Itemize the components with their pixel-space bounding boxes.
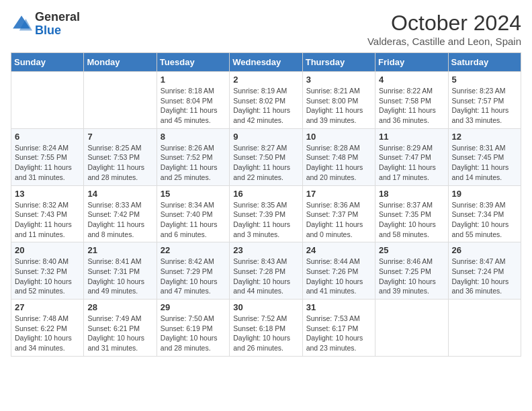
cell-content: Sunrise: 7:49 AM Sunset: 6:21 PM Dayligh… (87, 314, 152, 353)
calendar-cell: 26Sunrise: 8:47 AM Sunset: 7:24 PM Dayli… (448, 242, 521, 300)
day-number: 1 (161, 75, 226, 85)
calendar-week-row: 6Sunrise: 8:24 AM Sunset: 7:55 PM Daylig… (11, 128, 521, 185)
calendar-cell: 29Sunrise: 7:50 AM Sunset: 6:19 PM Dayli… (157, 300, 229, 357)
calendar-cell: 18Sunrise: 8:37 AM Sunset: 7:35 PM Dayli… (375, 185, 448, 242)
cell-content: Sunrise: 8:19 AM Sunset: 8:02 PM Dayligh… (233, 86, 298, 126)
cell-content: Sunrise: 8:43 AM Sunset: 7:28 PM Dayligh… (233, 257, 298, 296)
day-number: 23 (233, 245, 298, 255)
cell-content: Sunrise: 8:31 AM Sunset: 7:45 PM Dayligh… (452, 143, 517, 183)
calendar-cell: 23Sunrise: 8:43 AM Sunset: 7:28 PM Dayli… (230, 242, 302, 300)
calendar-cell (448, 300, 521, 357)
day-number: 3 (306, 75, 371, 85)
day-number: 14 (87, 189, 152, 199)
calendar-cell: 2Sunrise: 8:19 AM Sunset: 8:02 PM Daylig… (230, 72, 302, 129)
calendar-cell: 30Sunrise: 7:52 AM Sunset: 6:18 PM Dayli… (230, 300, 302, 357)
calendar-cell: 1Sunrise: 8:18 AM Sunset: 8:04 PM Daylig… (157, 72, 229, 129)
calendar-cell: 10Sunrise: 8:28 AM Sunset: 7:48 PM Dayli… (302, 128, 375, 185)
cell-content: Sunrise: 8:46 AM Sunset: 7:25 PM Dayligh… (379, 257, 444, 296)
day-number: 29 (161, 302, 226, 312)
day-number: 22 (161, 245, 226, 255)
day-number: 13 (15, 189, 80, 199)
calendar-cell: 9Sunrise: 8:27 AM Sunset: 7:50 PM Daylig… (230, 128, 302, 185)
day-number: 26 (452, 245, 517, 255)
cell-content: Sunrise: 7:48 AM Sunset: 6:22 PM Dayligh… (15, 314, 80, 353)
day-number: 20 (15, 245, 80, 255)
day-number: 31 (306, 302, 371, 312)
logo-text: General Blue (35, 11, 80, 38)
cell-content: Sunrise: 8:33 AM Sunset: 7:42 PM Dayligh… (87, 200, 152, 240)
cell-content: Sunrise: 8:44 AM Sunset: 7:26 PM Dayligh… (306, 257, 371, 296)
calendar-week-row: 13Sunrise: 8:32 AM Sunset: 7:43 PM Dayli… (11, 185, 521, 242)
day-number: 25 (379, 245, 444, 255)
page-header: General Blue October 2024 Valderas, Cast… (11, 11, 521, 47)
day-number: 6 (15, 132, 80, 142)
location-subtitle: Valderas, Castille and Leon, Spain (367, 36, 521, 47)
calendar-cell: 17Sunrise: 8:36 AM Sunset: 7:37 PM Dayli… (302, 185, 375, 242)
cell-content: Sunrise: 8:42 AM Sunset: 7:29 PM Dayligh… (161, 257, 226, 296)
calendar-cell: 11Sunrise: 8:29 AM Sunset: 7:47 PM Dayli… (375, 128, 448, 185)
cell-content: Sunrise: 8:18 AM Sunset: 8:04 PM Dayligh… (161, 86, 226, 126)
day-number: 27 (15, 302, 80, 312)
day-number: 2 (233, 75, 298, 85)
day-number: 15 (161, 189, 226, 199)
day-number: 11 (379, 132, 444, 142)
day-number: 18 (379, 189, 444, 199)
day-number: 7 (87, 132, 152, 142)
logo-general: General (35, 11, 80, 24)
calendar-cell: 25Sunrise: 8:46 AM Sunset: 7:25 PM Dayli… (375, 242, 448, 300)
cell-content: Sunrise: 7:53 AM Sunset: 6:17 PM Dayligh… (306, 314, 371, 353)
day-number: 4 (379, 75, 444, 85)
cell-content: Sunrise: 7:50 AM Sunset: 6:19 PM Dayligh… (161, 314, 226, 353)
calendar-week-row: 20Sunrise: 8:40 AM Sunset: 7:32 PM Dayli… (11, 242, 521, 300)
day-number: 24 (306, 245, 371, 255)
calendar-cell: 16Sunrise: 8:35 AM Sunset: 7:39 PM Dayli… (230, 185, 302, 242)
calendar-cell: 31Sunrise: 7:53 AM Sunset: 6:17 PM Dayli… (302, 300, 375, 357)
day-number: 10 (306, 132, 371, 142)
cell-content: Sunrise: 8:37 AM Sunset: 7:35 PM Dayligh… (379, 200, 444, 240)
title-block: October 2024 Valderas, Castille and Leon… (367, 11, 521, 47)
calendar-cell: 13Sunrise: 8:32 AM Sunset: 7:43 PM Dayli… (11, 185, 84, 242)
day-number: 16 (233, 189, 298, 199)
calendar-week-row: 1Sunrise: 8:18 AM Sunset: 8:04 PM Daylig… (11, 72, 521, 129)
weekday-header-thursday: Thursday (302, 53, 375, 72)
cell-content: Sunrise: 8:27 AM Sunset: 7:50 PM Dayligh… (233, 143, 298, 183)
weekday-header-tuesday: Tuesday (157, 53, 229, 72)
day-number: 21 (87, 245, 152, 255)
calendar-cell: 22Sunrise: 8:42 AM Sunset: 7:29 PM Dayli… (157, 242, 229, 300)
calendar-cell (84, 72, 157, 129)
calendar-table: SundayMondayTuesdayWednesdayThursdayFrid… (11, 52, 521, 357)
calendar-cell: 7Sunrise: 8:25 AM Sunset: 7:53 PM Daylig… (84, 128, 157, 185)
calendar-body: 1Sunrise: 8:18 AM Sunset: 8:04 PM Daylig… (11, 72, 521, 357)
calendar-cell: 5Sunrise: 8:23 AM Sunset: 7:57 PM Daylig… (448, 72, 521, 129)
day-number: 30 (233, 302, 298, 312)
logo-blue: Blue (35, 24, 80, 38)
day-number: 8 (161, 132, 226, 142)
logo: General Blue (11, 11, 80, 38)
day-number: 12 (452, 132, 517, 142)
calendar-cell: 20Sunrise: 8:40 AM Sunset: 7:32 PM Dayli… (11, 242, 84, 300)
calendar-cell: 14Sunrise: 8:33 AM Sunset: 7:42 PM Dayli… (84, 185, 157, 242)
calendar-cell (11, 72, 84, 129)
weekday-header-wednesday: Wednesday (230, 53, 302, 72)
calendar-cell: 6Sunrise: 8:24 AM Sunset: 7:55 PM Daylig… (11, 128, 84, 185)
cell-content: Sunrise: 8:47 AM Sunset: 7:24 PM Dayligh… (452, 257, 517, 296)
weekday-header-sunday: Sunday (11, 53, 84, 72)
calendar-cell: 3Sunrise: 8:21 AM Sunset: 8:00 PM Daylig… (302, 72, 375, 129)
calendar-cell: 27Sunrise: 7:48 AM Sunset: 6:22 PM Dayli… (11, 300, 84, 357)
cell-content: Sunrise: 8:40 AM Sunset: 7:32 PM Dayligh… (15, 257, 80, 296)
month-title: October 2024 (367, 11, 521, 36)
cell-content: Sunrise: 8:21 AM Sunset: 8:00 PM Dayligh… (306, 86, 371, 126)
weekday-header-saturday: Saturday (448, 53, 521, 72)
weekday-header-friday: Friday (375, 53, 448, 72)
weekday-header-row: SundayMondayTuesdayWednesdayThursdayFrid… (11, 53, 521, 72)
calendar-cell: 15Sunrise: 8:34 AM Sunset: 7:40 PM Dayli… (157, 185, 229, 242)
cell-content: Sunrise: 8:32 AM Sunset: 7:43 PM Dayligh… (15, 200, 80, 240)
cell-content: Sunrise: 8:36 AM Sunset: 7:37 PM Dayligh… (306, 200, 371, 240)
cell-content: Sunrise: 8:34 AM Sunset: 7:40 PM Dayligh… (161, 200, 226, 240)
calendar-cell: 4Sunrise: 8:22 AM Sunset: 7:58 PM Daylig… (375, 72, 448, 129)
cell-content: Sunrise: 8:22 AM Sunset: 7:58 PM Dayligh… (379, 86, 444, 126)
cell-content: Sunrise: 8:28 AM Sunset: 7:48 PM Dayligh… (306, 143, 371, 183)
day-number: 17 (306, 189, 371, 199)
cell-content: Sunrise: 8:25 AM Sunset: 7:53 PM Dayligh… (87, 143, 152, 183)
calendar-cell: 21Sunrise: 8:41 AM Sunset: 7:31 PM Dayli… (84, 242, 157, 300)
